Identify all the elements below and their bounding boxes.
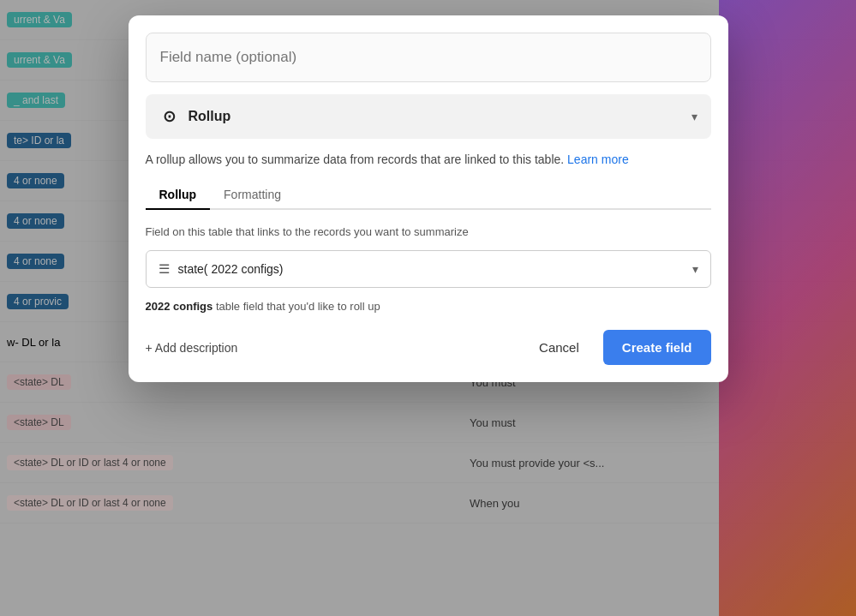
rollup-icon: ⊙ bbox=[159, 106, 180, 127]
type-selector-left: ⊙ Rollup bbox=[159, 106, 231, 127]
dropdown-chevron-icon: ▾ bbox=[692, 262, 698, 276]
modal-overlay: ⊙ Rollup ▾ A rollup allows you to summar… bbox=[0, 0, 856, 616]
tab-rollup[interactable]: Rollup bbox=[146, 181, 211, 210]
cancel-button[interactable]: Cancel bbox=[525, 332, 593, 363]
field-section-label: Field on this table that links to the re… bbox=[146, 225, 711, 238]
rows-icon: ☰ bbox=[159, 261, 170, 277]
footer-actions: Cancel Create field bbox=[525, 330, 710, 365]
modal-footer: + Add description Cancel Create field bbox=[146, 325, 711, 365]
learn-more-link[interactable]: Learn more bbox=[567, 153, 629, 166]
field-dropdown-left: ☰ state( 2022 configs) bbox=[159, 261, 284, 277]
config-label-suffix: table field that you'd like to roll up bbox=[216, 300, 380, 313]
tab-group: Rollup Formatting bbox=[146, 181, 711, 210]
tab-formatting[interactable]: Formatting bbox=[210, 181, 295, 210]
type-label: Rollup bbox=[189, 109, 231, 124]
config-label-strong: 2022 configs bbox=[146, 300, 213, 313]
field-dropdown-value: state( 2022 configs) bbox=[178, 262, 284, 276]
add-description-button[interactable]: + Add description bbox=[146, 341, 238, 355]
field-name-input[interactable] bbox=[146, 33, 711, 82]
field-dropdown[interactable]: ☰ state( 2022 configs) ▾ bbox=[146, 250, 711, 288]
create-field-button[interactable]: Create field bbox=[603, 330, 711, 365]
create-field-modal: ⊙ Rollup ▾ A rollup allows you to summar… bbox=[129, 15, 728, 382]
chevron-down-icon: ▾ bbox=[691, 110, 697, 123]
type-selector-button[interactable]: ⊙ Rollup ▾ bbox=[146, 94, 711, 139]
rollup-description: A rollup allows you to summarize data fr… bbox=[146, 151, 711, 169]
config-label: 2022 configs table field that you'd like… bbox=[146, 300, 711, 313]
